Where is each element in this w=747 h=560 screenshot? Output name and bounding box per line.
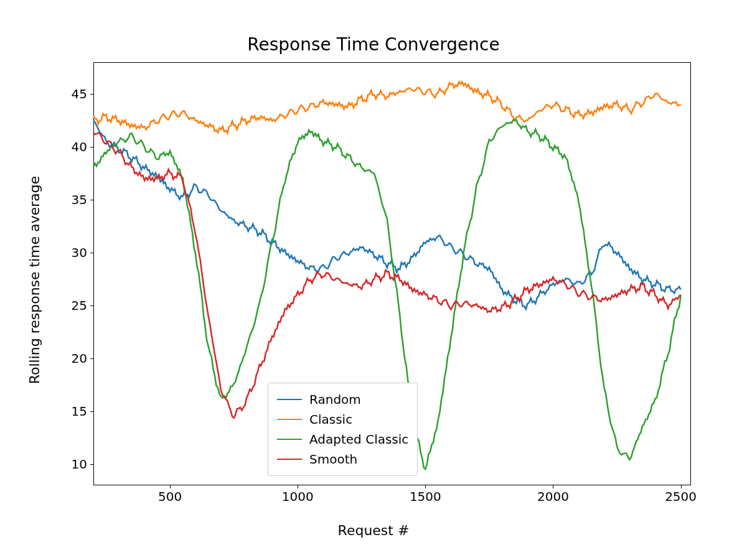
x-axis-label: Request # (0, 523, 747, 538)
legend-swatch (277, 439, 302, 441)
y-tick-label: 35 (62, 192, 87, 207)
legend-item-smooth: Smooth (277, 449, 408, 469)
y-tick-label: 15 (62, 404, 87, 419)
y-tick-label: 20 (62, 351, 87, 366)
x-tick-label: 1500 (410, 489, 441, 504)
y-tick-label: 45 (62, 86, 87, 101)
y-tick-label: 30 (62, 245, 87, 260)
x-tick-label: 2000 (537, 489, 569, 504)
x-tick-label: 500 (158, 489, 182, 504)
legend-item-classic: Classic (277, 409, 408, 429)
y-tick-label: 10 (62, 457, 87, 472)
legend-item-adapted-classic: Adapted Classic (277, 429, 408, 449)
series-line-smooth (93, 133, 681, 418)
legend-label: Random (309, 392, 361, 407)
legend: RandomClassicAdapted ClassicSmooth (268, 383, 418, 476)
chart-title: Response Time Convergence (0, 34, 747, 55)
legend-swatch (277, 419, 302, 421)
legend-swatch (277, 459, 302, 460)
x-tick-label: 2500 (665, 489, 697, 504)
y-tick-label: 40 (62, 139, 87, 154)
legend-item-random: Random (277, 390, 408, 409)
series-line-classic (93, 82, 681, 133)
plot-area: 5001000150020002500 1015202530354045 Ran… (93, 62, 691, 485)
y-tick-label: 25 (62, 298, 87, 313)
x-tick-label: 1000 (282, 489, 314, 504)
legend-label: Classic (309, 412, 352, 427)
legend-label: Smooth (309, 452, 357, 467)
y-axis-label: Rolling response time average (27, 176, 42, 385)
legend-label: Adapted Classic (309, 432, 408, 447)
series-line-random (93, 121, 681, 309)
legend-swatch (277, 399, 302, 401)
